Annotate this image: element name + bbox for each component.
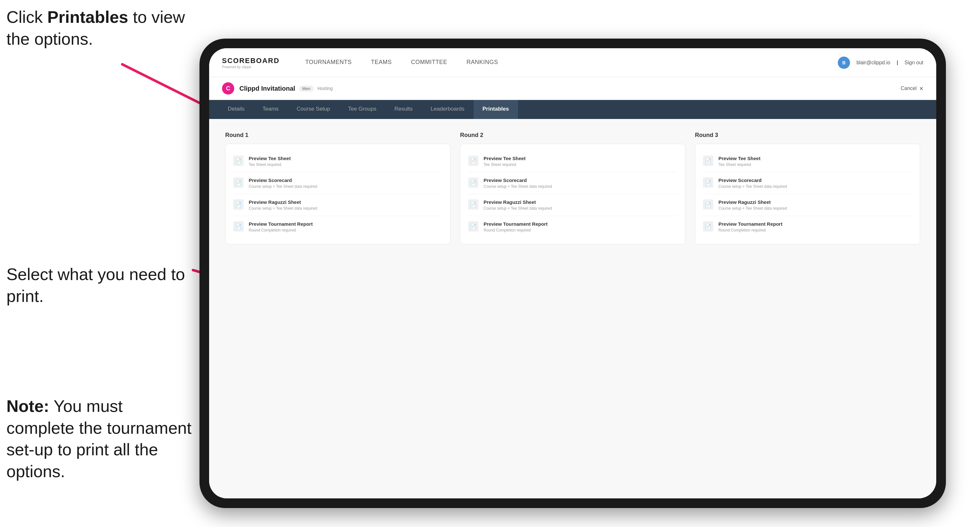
r2-tee-sheet-sub: Tee Sheet required bbox=[484, 162, 677, 167]
r1-tee-sheet-title: Preview Tee Sheet bbox=[249, 156, 442, 161]
separator: | bbox=[897, 60, 898, 66]
document-icon: 📄 bbox=[703, 178, 713, 188]
round-2-section: Round 2 📄 Preview Tee Sheet Tee Sheet re… bbox=[460, 132, 685, 244]
annotation-bottom: Note: You must complete the tournament s… bbox=[6, 395, 193, 482]
r1-scorecard-sub: Course setup + Tee Sheet data required bbox=[249, 184, 442, 189]
r2-report-title: Preview Tournament Report bbox=[484, 221, 677, 227]
sub-nav: Details Teams Course Setup Tee Groups Re… bbox=[209, 100, 936, 119]
document-icon: 📄 bbox=[233, 221, 243, 232]
r1-tee-sheet-sub: Tee Sheet required bbox=[249, 162, 442, 167]
r3-scorecard-sub: Course setup + Tee Sheet data required bbox=[718, 184, 912, 189]
user-avatar: B bbox=[838, 57, 850, 69]
annotation-middle: Select what you need to print. bbox=[6, 264, 193, 307]
round-1-card: 📄 Preview Tee Sheet Tee Sheet required 📄… bbox=[225, 144, 450, 244]
nav-committee[interactable]: COMMITTEE bbox=[401, 48, 457, 77]
rounds-grid: Round 1 📄 Preview Tee Sheet Tee Sheet re… bbox=[225, 132, 920, 244]
r3-raguzzi-sub: Course setup + Tee Sheet data required bbox=[718, 206, 912, 211]
nav-teams[interactable]: TEAMS bbox=[361, 48, 401, 77]
tournament-status: Hosting bbox=[318, 86, 332, 91]
r1-raguzzi-title: Preview Raguzzi Sheet bbox=[249, 199, 442, 205]
r2-raguzzi[interactable]: 📄 Preview Raguzzi Sheet Course setup + T… bbox=[468, 194, 677, 216]
tab-tee-groups[interactable]: Tee Groups bbox=[339, 100, 385, 119]
document-icon: 📄 bbox=[703, 199, 713, 210]
logo-title: SCOREBOARD bbox=[222, 57, 280, 65]
tab-course-setup[interactable]: Course Setup bbox=[288, 100, 339, 119]
r2-raguzzi-sub: Course setup + Tee Sheet data required bbox=[484, 206, 677, 211]
r2-report-sub: Round Completion required bbox=[484, 228, 677, 232]
r3-report-sub: Round Completion required bbox=[718, 228, 912, 232]
r1-tee-sheet[interactable]: 📄 Preview Tee Sheet Tee Sheet required bbox=[233, 151, 442, 172]
tab-teams[interactable]: Teams bbox=[253, 100, 288, 119]
r3-raguzzi[interactable]: 📄 Preview Raguzzi Sheet Course setup + T… bbox=[703, 194, 912, 216]
tab-details[interactable]: Details bbox=[219, 100, 253, 119]
tablet-device: SCOREBOARD Powered by clippd TOURNAMENTS… bbox=[199, 38, 946, 508]
tablet-screen: SCOREBOARD Powered by clippd TOURNAMENTS… bbox=[209, 48, 936, 498]
r2-tee-sheet-title: Preview Tee Sheet bbox=[484, 156, 677, 161]
r3-raguzzi-title: Preview Raguzzi Sheet bbox=[718, 199, 912, 205]
r2-raguzzi-title: Preview Raguzzi Sheet bbox=[484, 199, 677, 205]
nav-rankings[interactable]: RANKINGS bbox=[457, 48, 508, 77]
user-email: blair@clippd.io bbox=[856, 60, 890, 66]
document-icon: 📄 bbox=[468, 178, 479, 188]
round-3-card: 📄 Preview Tee Sheet Tee Sheet required 📄… bbox=[695, 144, 920, 244]
r2-tee-sheet[interactable]: 📄 Preview Tee Sheet Tee Sheet required bbox=[468, 151, 677, 172]
tournament-header: C Clippd Invitational Men Hosting Cancel… bbox=[209, 77, 936, 100]
r2-scorecard[interactable]: 📄 Preview Scorecard Course setup + Tee S… bbox=[468, 172, 677, 194]
tournament-name: Clippd Invitational bbox=[239, 85, 295, 92]
document-icon: 📄 bbox=[233, 178, 243, 188]
note-bold: Note: bbox=[6, 397, 49, 416]
r2-scorecard-title: Preview Scorecard bbox=[484, 178, 677, 183]
r3-tee-sheet[interactable]: 📄 Preview Tee Sheet Tee Sheet required bbox=[703, 151, 912, 172]
scoreboard-logo: SCOREBOARD Powered by clippd bbox=[222, 57, 280, 69]
cancel-button[interactable]: Cancel ✕ bbox=[900, 86, 923, 92]
r3-tee-sheet-sub: Tee Sheet required bbox=[718, 162, 912, 167]
r1-raguzzi[interactable]: 📄 Preview Raguzzi Sheet Course setup + T… bbox=[233, 194, 442, 216]
round-1-section: Round 1 📄 Preview Tee Sheet Tee Sheet re… bbox=[225, 132, 450, 244]
document-icon: 📄 bbox=[703, 156, 713, 166]
tab-results[interactable]: Results bbox=[385, 100, 422, 119]
r1-report-sub: Round Completion required bbox=[249, 228, 442, 232]
document-icon: 📄 bbox=[233, 199, 243, 210]
document-icon: 📄 bbox=[468, 199, 479, 210]
top-nav: SCOREBOARD Powered by clippd TOURNAMENTS… bbox=[209, 48, 936, 77]
r3-tournament-report[interactable]: 📄 Preview Tournament Report Round Comple… bbox=[703, 216, 912, 238]
printables-bold: Printables bbox=[47, 8, 128, 26]
r2-scorecard-sub: Course setup + Tee Sheet data required bbox=[484, 184, 677, 189]
document-icon: 📄 bbox=[468, 156, 479, 166]
tournament-logo: C bbox=[222, 82, 234, 95]
document-icon: 📄 bbox=[233, 156, 243, 166]
r2-tournament-report[interactable]: 📄 Preview Tournament Report Round Comple… bbox=[468, 216, 677, 238]
r3-scorecard[interactable]: 📄 Preview Scorecard Course setup + Tee S… bbox=[703, 172, 912, 194]
top-nav-right: B blair@clippd.io | Sign out bbox=[838, 57, 923, 69]
r1-report-title: Preview Tournament Report bbox=[249, 221, 442, 227]
r3-tee-sheet-title: Preview Tee Sheet bbox=[718, 156, 912, 161]
round-2-title: Round 2 bbox=[460, 132, 685, 138]
annotation-top: Click Printables to view the options. bbox=[6, 6, 193, 50]
logo-sub: Powered by clippd bbox=[222, 65, 280, 69]
r1-tournament-report[interactable]: 📄 Preview Tournament Report Round Comple… bbox=[233, 216, 442, 238]
r3-scorecard-title: Preview Scorecard bbox=[718, 178, 912, 183]
content-area: Round 1 📄 Preview Tee Sheet Tee Sheet re… bbox=[209, 119, 936, 498]
sign-out-link[interactable]: Sign out bbox=[904, 60, 923, 66]
r1-scorecard[interactable]: 📄 Preview Scorecard Course setup + Tee S… bbox=[233, 172, 442, 194]
document-icon: 📄 bbox=[703, 221, 713, 232]
r1-scorecard-title: Preview Scorecard bbox=[249, 178, 442, 183]
round-2-card: 📄 Preview Tee Sheet Tee Sheet required 📄… bbox=[460, 144, 685, 244]
nav-tournaments[interactable]: TOURNAMENTS bbox=[296, 48, 361, 77]
top-nav-links: TOURNAMENTS TEAMS COMMITTEE RANKINGS bbox=[296, 48, 838, 77]
round-3-section: Round 3 📄 Preview Tee Sheet Tee Sheet re… bbox=[695, 132, 920, 244]
tournament-badge: Men bbox=[299, 86, 313, 92]
document-icon: 📄 bbox=[468, 221, 479, 232]
round-3-title: Round 3 bbox=[695, 132, 920, 138]
tab-printables[interactable]: Printables bbox=[474, 100, 518, 119]
tab-leaderboards[interactable]: Leaderboards bbox=[422, 100, 474, 119]
r1-raguzzi-sub: Course setup + Tee Sheet data required bbox=[249, 206, 442, 211]
r3-report-title: Preview Tournament Report bbox=[718, 221, 912, 227]
round-1-title: Round 1 bbox=[225, 132, 450, 138]
